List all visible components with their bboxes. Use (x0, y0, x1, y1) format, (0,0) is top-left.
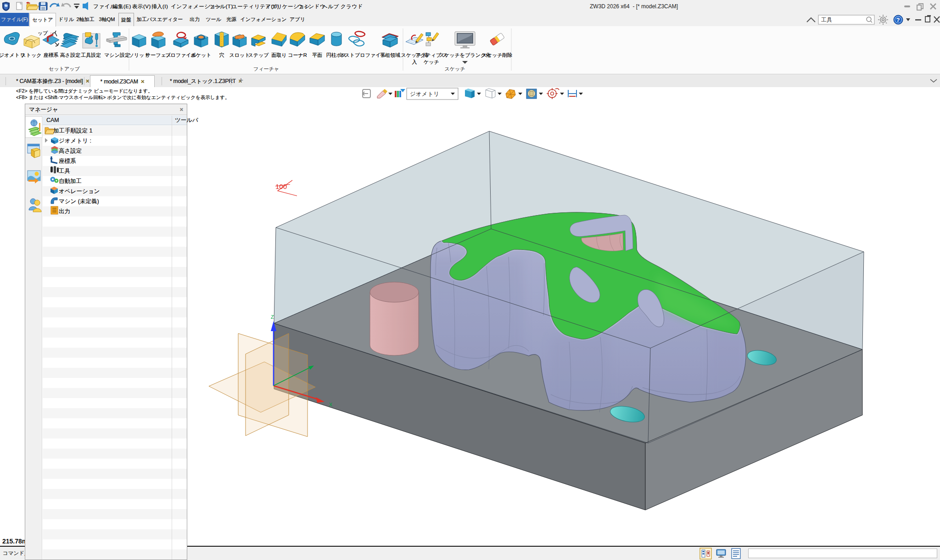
svg-text:Z: Z (271, 314, 274, 320)
svg-text:工具: 工具 (821, 17, 832, 23)
svg-text:?: ? (896, 17, 900, 23)
svg-text:X: X (329, 402, 333, 407)
svg-text:100: 100 (275, 183, 287, 190)
svg-text:ジオメトリ: ジオメトリ (410, 91, 439, 97)
